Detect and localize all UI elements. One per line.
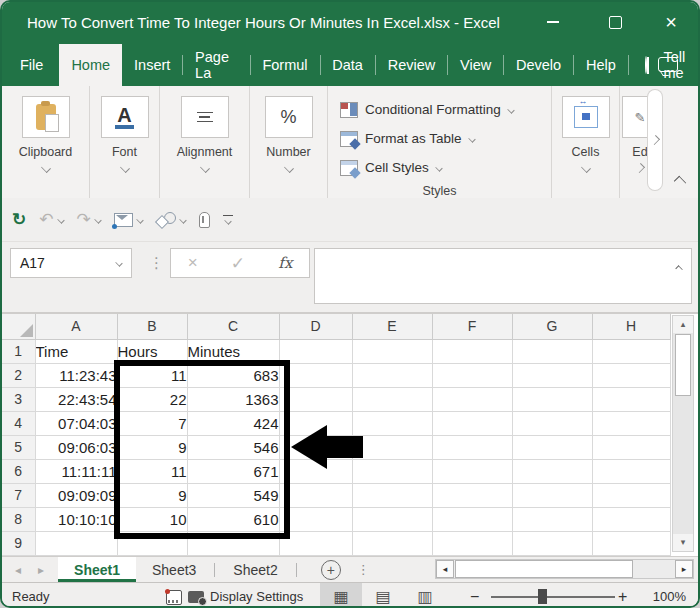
view-normal-button[interactable]: ▦: [320, 583, 362, 608]
cell[interactable]: [592, 339, 670, 363]
cell[interactable]: [352, 531, 432, 555]
cell[interactable]: 10:10:10: [35, 507, 117, 531]
cell[interactable]: [432, 483, 512, 507]
cell[interactable]: [512, 483, 592, 507]
cell[interactable]: 11: [117, 363, 187, 387]
column-header-c[interactable]: C: [187, 314, 279, 339]
add-sheet-button[interactable]: +: [321, 560, 341, 580]
cell[interactable]: [352, 483, 432, 507]
cell[interactable]: 11: [117, 459, 187, 483]
zoom-in-button[interactable]: +: [618, 583, 627, 608]
column-header-f[interactable]: F: [432, 314, 512, 339]
cell[interactable]: 09:09:09: [35, 483, 117, 507]
cell[interactable]: [432, 387, 512, 411]
alignment-button[interactable]: [181, 96, 229, 138]
close-button[interactable]: ×: [648, 2, 694, 42]
column-header-b[interactable]: B: [117, 314, 187, 339]
cell[interactable]: [592, 363, 670, 387]
cell[interactable]: [279, 531, 352, 555]
cell[interactable]: [352, 387, 432, 411]
zoom-slider-thumb[interactable]: [538, 589, 547, 604]
zoom-out-button[interactable]: −: [470, 583, 479, 608]
chevron-down-icon[interactable]: [94, 216, 101, 223]
menu-tab-insert[interactable]: Insert: [122, 44, 182, 86]
vertical-scroll-thumb[interactable]: [675, 334, 691, 396]
font-button[interactable]: A: [101, 96, 149, 138]
column-header-a[interactable]: A: [35, 314, 117, 339]
menu-tab-page-layout[interactable]: Page La: [183, 44, 250, 86]
cell[interactable]: [35, 531, 117, 555]
cell[interactable]: 610: [187, 507, 279, 531]
view-page-break-button[interactable]: ▥: [404, 583, 446, 608]
formula-expand-button[interactable]: [676, 258, 682, 276]
menu-tab-data[interactable]: Data: [320, 44, 375, 86]
format-as-table-button[interactable]: Format as Table: [328, 124, 551, 153]
cell[interactable]: 11:11:11: [35, 459, 117, 483]
number-group[interactable]: % Number: [250, 86, 328, 198]
insert-function-button[interactable]: fx: [278, 254, 292, 272]
cell[interactable]: [432, 507, 512, 531]
sheet-nav-right[interactable]: ▸: [38, 563, 44, 577]
sheet-overflow-icon[interactable]: ⋮: [357, 562, 370, 577]
tab-sheet2[interactable]: Sheet2: [217, 557, 293, 582]
row-header[interactable]: 1: [2, 339, 35, 363]
chevron-down-icon[interactable]: [581, 163, 591, 173]
ribbon-scroll-right[interactable]: [648, 90, 662, 190]
cell[interactable]: [279, 483, 352, 507]
tab-sheet1[interactable]: Sheet1: [58, 557, 136, 582]
customize-toolbar-button[interactable]: [223, 215, 233, 225]
cell[interactable]: 9: [117, 435, 187, 459]
cell[interactable]: [352, 339, 432, 363]
cell[interactable]: [592, 435, 670, 459]
column-header-h[interactable]: H: [592, 314, 670, 339]
cell[interactable]: [352, 363, 432, 387]
cell[interactable]: 10: [117, 507, 187, 531]
name-box[interactable]: A17: [10, 248, 132, 278]
menu-tab-developer[interactable]: Develo: [504, 44, 573, 86]
cell[interactable]: [279, 507, 352, 531]
cells-group[interactable]: Cells: [552, 86, 620, 198]
clipboard-group[interactable]: Clipboard: [2, 86, 90, 198]
cell[interactable]: [512, 435, 592, 459]
comment-icon[interactable]: [658, 57, 678, 72]
macro-record-icon[interactable]: [166, 590, 182, 605]
font-group[interactable]: A Font: [90, 86, 160, 198]
horizontal-scroll-thumb[interactable]: [455, 560, 633, 578]
cell[interactable]: [352, 411, 432, 435]
scroll-left-button[interactable]: ◂: [436, 560, 454, 578]
display-settings-button[interactable]: Display Settings: [188, 583, 303, 608]
cell[interactable]: [432, 363, 512, 387]
email-button[interactable]: [114, 213, 143, 227]
menu-tab-view[interactable]: View: [448, 44, 503, 86]
row-header[interactable]: 3: [2, 387, 35, 411]
column-header-g[interactable]: G: [512, 314, 592, 339]
cell[interactable]: 22: [117, 387, 187, 411]
redo-button[interactable]: ↷: [77, 209, 101, 230]
scroll-right-button[interactable]: ▸: [675, 560, 693, 578]
cell[interactable]: [512, 411, 592, 435]
sheet-nav-left[interactable]: ◂: [15, 563, 21, 577]
chevron-down-icon[interactable]: [284, 163, 294, 173]
cell[interactable]: [512, 531, 592, 555]
cell[interactable]: [432, 411, 512, 435]
attachment-button[interactable]: [199, 212, 210, 228]
cell[interactable]: [117, 531, 187, 555]
row-header[interactable]: 5: [2, 435, 35, 459]
cell[interactable]: [512, 387, 592, 411]
row-header[interactable]: 8: [2, 507, 35, 531]
column-header-d[interactable]: D: [279, 314, 352, 339]
cell[interactable]: [352, 459, 432, 483]
cell-styles-button[interactable]: Cell Styles: [328, 153, 551, 182]
cell[interactable]: [592, 507, 670, 531]
zoom-slider[interactable]: [491, 596, 615, 598]
cells-button[interactable]: [562, 96, 610, 138]
cell[interactable]: 22:43:54: [35, 387, 117, 411]
cell[interactable]: 07:04:03: [35, 411, 117, 435]
cell[interactable]: 683: [187, 363, 279, 387]
cell[interactable]: [512, 339, 592, 363]
conditional-formatting-button[interactable]: Conditional Formatting: [328, 95, 551, 124]
select-all-button[interactable]: [2, 314, 35, 339]
tab-sheet3[interactable]: Sheet3: [136, 557, 212, 582]
cell[interactable]: [279, 339, 352, 363]
chevron-down-icon[interactable]: [57, 216, 64, 223]
